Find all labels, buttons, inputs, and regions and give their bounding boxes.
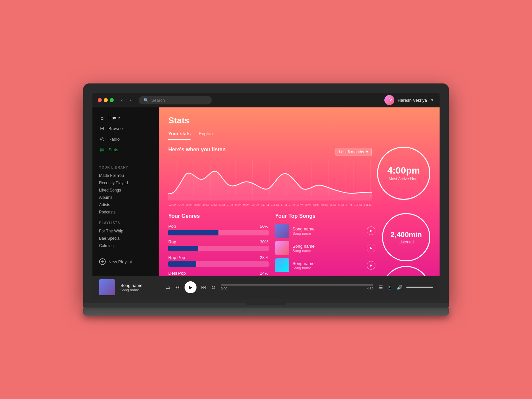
player-info: Song name Song name: [120, 283, 160, 292]
next-button[interactable]: ⏭: [201, 284, 206, 290]
sidebar-link-albums[interactable]: Albums: [92, 194, 159, 201]
genre-name-rap: Rap: [168, 239, 176, 244]
active-hour-label: Most Active Hour: [389, 177, 419, 181]
player-artist-name: Song name: [120, 288, 160, 292]
active-hour-value: 4:00pm: [387, 165, 420, 176]
genre-row-rap: Rap 30%: [168, 239, 269, 251]
sidebar-link-for-the-whip[interactable]: For The Whip: [92, 227, 159, 235]
maximize-button[interactable]: [110, 98, 114, 102]
user-name: Haresh Vekriya: [398, 98, 427, 103]
screen-bezel: ‹ › 🔍 HV Haresh Vekriya ▼: [83, 83, 449, 303]
search-bar[interactable]: 🔍: [139, 96, 212, 104]
third-circle: [382, 266, 430, 276]
genre-name-pop: Pop: [168, 224, 176, 229]
player-bar: Song name Song name ⇄ ⏮ ▶ ⏭ ↻ 0:00: [92, 276, 440, 299]
top-songs-section: Your Top Songs Song name Song name ▶: [275, 213, 376, 276]
volume-icon[interactable]: 🔊: [397, 285, 402, 290]
current-time: 0:00: [221, 287, 227, 291]
play-button-2[interactable]: ▶: [367, 244, 375, 252]
sidebar-label-browse: Browse: [108, 126, 123, 131]
activity-chart: [168, 161, 372, 200]
genre-row-pop: Pop 50%: [168, 224, 269, 235]
sidebar-label-radio: Radio: [108, 137, 120, 142]
laptop-wrapper: ‹ › 🔍 HV Haresh Vekriya ▼: [83, 83, 449, 316]
top-songs-heading: Your Top Songs: [275, 213, 376, 219]
song-thumb-1: [275, 224, 289, 238]
sidebar-link-podcasts[interactable]: Podcasts: [92, 208, 159, 216]
genre-row-desi-pop: Desi Pop 24%: [168, 271, 269, 276]
sidebar-item-stats[interactable]: ▤ Stats: [92, 144, 159, 155]
sidebar-item-home[interactable]: ⌂ Home: [92, 113, 159, 123]
progress-area: 0:00 4:39: [221, 284, 373, 291]
play-pause-button[interactable]: ▶: [185, 281, 197, 293]
sidebar-link-bae-special[interactable]: Bae Special: [92, 235, 159, 242]
dropdown-icon[interactable]: ▼: [430, 98, 434, 102]
sidebar: ⌂ Home ⊟ Browse ◎ Radio ▤: [92, 107, 159, 276]
song-thumb-3: [275, 258, 289, 272]
genre-name-rap-pop: Rap Pop: [168, 255, 185, 260]
bottom-section: Your Genres Pop 50% Rap: [168, 213, 430, 276]
total-time: 4:39: [367, 287, 373, 291]
player-extra-controls: ☰ 📱 🔊: [379, 285, 433, 290]
sidebar-link-recently-played[interactable]: Recently Played: [92, 179, 159, 187]
search-input[interactable]: [151, 98, 207, 103]
screen: ‹ › 🔍 HV Haresh Vekriya ▼: [92, 93, 440, 299]
home-icon: ⌂: [99, 115, 105, 121]
device-icon[interactable]: 📱: [387, 285, 393, 290]
app-body: ⌂ Home ⊟ Browse ◎ Radio ▤: [92, 107, 440, 276]
listened-label: Listened: [399, 240, 414, 244]
song-name-2: Song name: [293, 244, 364, 249]
time-labels: 12AM1AM2AM3AM4AM5AM6AM7AM8AM9AM10AM11AM1…: [168, 203, 372, 206]
tab-explore[interactable]: Explore: [199, 131, 214, 140]
page-title: Stats: [168, 115, 430, 126]
sidebar-label-stats: Stats: [108, 147, 118, 152]
sidebar-item-browse[interactable]: ⊟ Browse: [92, 123, 159, 134]
song-row-3: Song name Song name ▶: [275, 258, 376, 272]
when-header: Here's when you listen Last 6 months ▾: [168, 147, 372, 157]
minimize-button[interactable]: [104, 98, 108, 102]
queue-icon[interactable]: ☰: [379, 285, 383, 290]
chevron-down-icon: ▾: [366, 150, 368, 154]
genre-row-rap-pop: Rap Pop 28%: [168, 255, 269, 267]
player-controls: ⇄ ⏮ ▶ ⏭ ↻: [166, 281, 215, 293]
play-button-3[interactable]: ▶: [367, 261, 375, 270]
sidebar-link-calming[interactable]: Calming: [92, 242, 159, 249]
tab-your-stats[interactable]: Your stats: [168, 131, 191, 140]
add-playlist-icon: +: [99, 258, 106, 265]
player-song-name: Song name: [120, 283, 160, 288]
progress-track[interactable]: [221, 284, 373, 286]
repeat-button[interactable]: ↻: [211, 284, 215, 291]
playlists-section-title: PLAYLISTS: [92, 216, 159, 227]
sidebar-item-radio[interactable]: ◎ Radio: [92, 134, 159, 144]
sidebar-nav: ⌂ Home ⊟ Browse ◎ Radio ▤: [92, 113, 159, 160]
close-button[interactable]: [98, 98, 102, 102]
volume-slider[interactable]: [406, 287, 433, 288]
sidebar-link-made-for-you[interactable]: Made For You: [92, 172, 159, 179]
genres-heading: Your Genres: [168, 213, 269, 219]
song-row-2: Song name Song name ▶: [275, 241, 376, 255]
listened-value: 2,400min: [390, 230, 422, 239]
when-left: Here's when you listen Last 6 months ▾: [168, 147, 372, 206]
prev-button[interactable]: ⏮: [175, 284, 180, 290]
time-filter-dropdown[interactable]: Last 6 months ▾: [335, 148, 372, 156]
sidebar-link-artists[interactable]: Artists: [92, 201, 159, 208]
tabs: Your stats Explore: [168, 131, 430, 140]
song-artist-3: Song name: [293, 266, 364, 270]
play-button-1[interactable]: ▶: [367, 226, 375, 235]
time-filter-label: Last 6 months: [339, 150, 364, 154]
back-button[interactable]: ‹: [119, 96, 125, 104]
sidebar-label-home: Home: [108, 115, 120, 120]
forward-button[interactable]: ›: [127, 96, 133, 104]
shuffle-button[interactable]: ⇄: [166, 284, 170, 291]
sidebar-link-liked-songs[interactable]: Liked Songs: [92, 187, 159, 194]
song-name-1: Song name: [293, 226, 364, 231]
genre-pct-rap: 30%: [260, 239, 268, 244]
new-playlist-button[interactable]: + New Playlist: [99, 258, 152, 265]
genre-pct-pop: 50%: [260, 224, 268, 229]
avatar: HV: [384, 95, 394, 105]
genre-pct-desi-pop: 24%: [260, 271, 268, 276]
title-bar: ‹ › 🔍 HV Haresh Vekriya ▼: [92, 93, 440, 107]
main-content: Stats Your stats Explore Here's when you…: [159, 107, 440, 276]
laptop-base: [83, 308, 449, 316]
song-artist-1: Song name: [293, 231, 364, 235]
